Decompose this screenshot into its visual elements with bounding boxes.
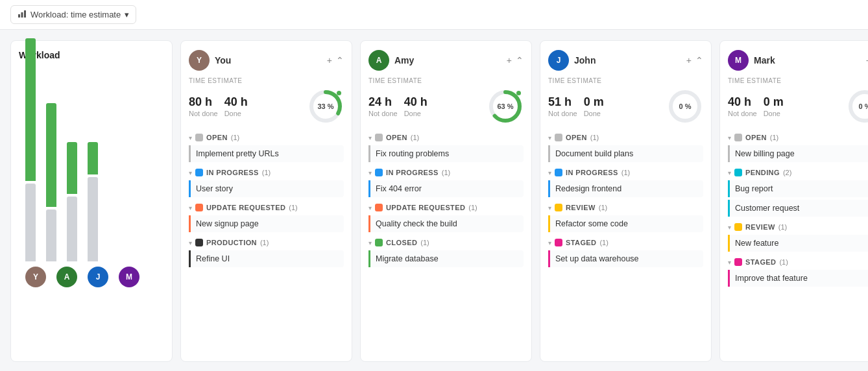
section-arrow-icon: ▾ [189,134,192,141]
donut-chart: 63 % [487,88,524,125]
collapse-button[interactable]: ⌃ [336,55,344,66]
not-done-value: 24 h [368,95,398,110]
collapse-button[interactable]: ⌃ [516,55,524,66]
avatar-mark: M [728,50,749,71]
collapse-button[interactable]: ⌃ [695,55,703,66]
task-item[interactable]: Bug report [728,180,868,197]
section-color-dot [195,134,203,141]
section-arrow-icon: ▾ [368,239,372,246]
chart-icon [18,9,27,20]
sidebar-avatar-mark[interactable]: M [119,267,139,287]
section-color-dot [555,204,562,211]
task-item[interactable]: New billing page [728,145,868,162]
chart-bar-group [25,38,36,261]
task-item[interactable]: New signup page [189,215,344,232]
section-color-dot [555,169,562,176]
section-header-open[interactable]: ▾ OPEN (1) [728,134,868,141]
not-done-value: 80 h [189,95,218,110]
add-task-button[interactable]: + [686,55,692,66]
section-header-update-requested[interactable]: ▾ UPDATE REQUESTED (1) [189,204,344,211]
section-header-in-progress[interactable]: ▾ IN PROGRESS (1) [368,169,524,176]
section-header-pending[interactable]: ▾ PENDING (2) [728,169,868,176]
section-label: PENDING [745,169,780,176]
section-header-review[interactable]: ▾ REVIEW (1) [548,204,703,211]
person-name-row: MMark [728,50,775,71]
section-color-dot [734,258,742,266]
sidebar-avatar-john[interactable]: J [88,267,108,287]
section-header-open[interactable]: ▾ OPEN (1) [189,134,344,141]
workload-title: Workload [19,50,164,60]
person-name: You [215,55,231,66]
section-header-in-progress[interactable]: ▾ IN PROGRESS (1) [189,169,344,176]
person-column-you: YYou+⌃TIME ESTIMATE80 hNot done40 hDone … [180,40,352,362]
section-header-review[interactable]: ▾ REVIEW (1) [728,223,868,231]
workload-dropdown-button[interactable]: Workload: time estimate ▾ [10,5,136,24]
task-item[interactable]: Fix routing problems [368,145,524,162]
section-header-open[interactable]: ▾ OPEN (1) [368,134,524,141]
done-value: 0 m [584,95,604,110]
workload-sidebar: Workload YAJM [10,40,173,362]
section-header-production[interactable]: ▾ PRODUCTION (1) [189,239,344,246]
task-item[interactable]: Migrate database [368,250,524,267]
section-count: (1) [260,239,269,246]
time-stats-row: 51 hNot done0 mDone 0 % [548,88,703,125]
task-item[interactable]: Refactor some code [548,215,703,232]
chart-bar-group [67,142,77,261]
task-item[interactable]: Implement pretty URLs [189,145,344,162]
section-color-dot [375,239,383,246]
person-header: JJohn+⌃ [548,50,703,71]
section-arrow-icon: ▾ [728,259,731,266]
section-color-dot [555,134,562,141]
main-container: Workload YAJM YYou+⌃TIME ESTIMATE80 hNot… [0,30,868,371]
time-stat-done: 0 mDone [764,95,784,117]
time-stat-done: 0 mDone [584,95,604,117]
section-header-open[interactable]: ▾ OPEN (1) [548,134,703,141]
time-estimate-label: TIME ESTIMATE [368,77,524,84]
person-actions: +⌃ [507,55,524,66]
section-header-update-requested[interactable]: ▾ UPDATE REQUESTED (1) [368,204,524,211]
task-item[interactable]: Fix 404 error [368,180,524,197]
section-color-dot [555,239,562,246]
task-item[interactable]: Refine UI [189,250,344,267]
time-stat-done: 40 hDone [224,95,248,117]
person-header: YYou+⌃ [189,50,344,71]
person-header: MMark+⌃ [728,50,868,71]
bar-gray [67,197,77,261]
sidebar-avatar-amy[interactable]: A [56,267,77,287]
section-header-closed[interactable]: ▾ CLOSED (1) [368,239,524,246]
section-label: OPEN [386,134,407,141]
section-header-in-progress[interactable]: ▾ IN PROGRESS (1) [548,169,703,176]
section-arrow-icon: ▾ [548,204,551,211]
donut-indicator-dot [516,91,521,95]
section-count: (1) [468,204,477,211]
section-label: REVIEW [745,223,775,231]
section-label: IN PROGRESS [566,169,618,176]
add-task-button[interactable]: + [507,55,512,66]
task-item[interactable]: User story [189,180,344,197]
donut-label: 0 % [859,102,868,110]
svg-rect-1 [21,12,23,18]
section-header-staged[interactable]: ▾ STAGED (1) [728,258,868,266]
chart-bar-group [46,103,56,261]
workload-label: Workload: time estimate [30,10,121,19]
task-item[interactable]: Improve that feature [728,270,868,287]
section-label: PRODUCTION [206,239,257,246]
section-header-staged[interactable]: ▾ STAGED (1) [548,239,703,246]
section-label: OPEN [566,134,587,141]
add-task-button[interactable]: + [327,55,332,66]
task-item[interactable]: New feature [728,235,868,252]
not-done-value: 40 h [728,95,757,110]
task-item[interactable]: Quality check the build [368,215,524,232]
person-name: John [574,55,596,66]
task-item[interactable]: Document build plans [548,145,703,162]
task-item[interactable]: Set up data warehouse [548,250,703,267]
done-value: 40 h [224,95,248,110]
task-item[interactable]: Redesign frontend [548,180,703,197]
sidebar-avatar-you[interactable]: Y [25,267,46,287]
donut-label: 63 % [497,102,513,110]
person-column-amy: AAmy+⌃TIME ESTIMATE24 hNot done40 hDone … [360,40,532,362]
section-label: CLOSED [386,239,417,246]
bar-gray [88,177,98,261]
section-count: (1) [621,169,630,176]
task-item[interactable]: Customer request [728,200,868,217]
